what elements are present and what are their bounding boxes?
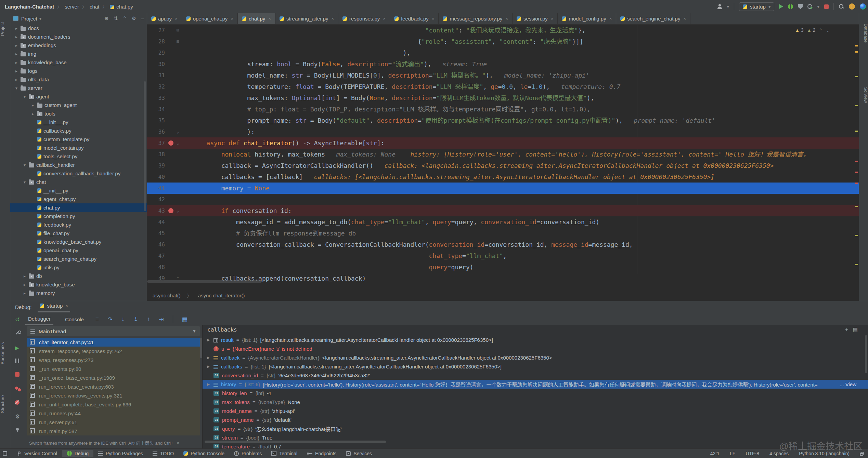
tree-item-callback_handler[interactable]: ▾callback_handler (10, 161, 147, 169)
rerun-icon[interactable]: ↺ (15, 316, 20, 323)
fold-marker-icon[interactable]: ⌄ (177, 126, 179, 137)
code-line-36[interactable]: 36⌄ ): (147, 126, 859, 137)
breadcrumb-item[interactable]: chat.py (116, 4, 133, 10)
breadcrumb-item[interactable]: Langchain-Chatchat (5, 4, 54, 10)
code-line-35[interactable]: 35 prompt_name: str = Body("default", de… (147, 115, 859, 126)
code-line-44[interactable]: 44 message_id = add_message_to_db(chat_t… (147, 216, 859, 228)
variable-name[interactable]: temperature (222, 444, 250, 449)
chevron-down-icon[interactable]: ▾ (23, 180, 27, 185)
chevron-right-icon[interactable]: ▶ (206, 355, 211, 360)
evaluate-expression-icon[interactable]: ▦ (182, 316, 187, 323)
editor-tab-session-py[interactable]: session.py× (513, 13, 558, 24)
view-breakpoints-icon[interactable] (15, 387, 21, 391)
editor-breadcrumb-item[interactable]: async chat_iterator() (198, 293, 245, 298)
debug-session-tab[interactable]: startup × (38, 301, 70, 312)
stack-frame[interactable]: wrap, responses.py:273 (27, 355, 200, 364)
chevron-down-icon[interactable]: ▾ (23, 163, 27, 167)
show-execution-point-icon[interactable]: ≡ (95, 316, 99, 323)
chevron-right-icon[interactable]: ▶ (206, 382, 211, 387)
statusbar-version-control[interactable]: Version Control (13, 450, 62, 457)
close-icon[interactable]: × (683, 16, 686, 21)
tree-item-knowledge_base[interactable]: ▸knowledge_base (10, 280, 147, 289)
stack-frame[interactable]: run, server.py:61 (27, 418, 200, 427)
breakpoint-icon[interactable] (168, 140, 173, 146)
tree-item-utils-py[interactable]: utils.py (10, 263, 147, 272)
tree-item-tools[interactable]: ▸tools (10, 109, 147, 118)
breadcrumb-item[interactable]: chat (90, 4, 99, 10)
stop-icon[interactable] (15, 372, 20, 377)
step-into-icon[interactable]: ↓ (121, 316, 125, 323)
variable-row-prompt_name[interactable]: 01prompt_name = {str} 'default' (203, 415, 868, 424)
stack-frame[interactable]: run, main.py:587 (27, 427, 200, 435)
editor-tab-search_engine_chat-py[interactable]: search_engine_chat.py× (616, 13, 690, 24)
editor-hscrollbar[interactable] (147, 280, 262, 283)
statusbar-problems[interactable]: !Problems (229, 450, 267, 457)
breakpoint-icon[interactable] (168, 208, 173, 213)
variable-row-conversation_id[interactable]: 01conversation_id = {str} '6e4e3d5668734… (203, 371, 868, 380)
step-out-icon[interactable]: ↑ (147, 316, 150, 323)
statusbar-todo[interactable]: TODO (148, 450, 179, 457)
lock-icon[interactable] (860, 453, 863, 456)
close-icon[interactable]: × (177, 440, 180, 445)
tree-item-agent_chat-py[interactable]: agent_chat.py (10, 195, 147, 203)
chevron-right-icon[interactable]: ▸ (14, 35, 18, 39)
status-indicator[interactable]: UTF-8 (746, 451, 759, 456)
gear-icon[interactable]: ⚙ (15, 413, 20, 420)
tree-item-callbacks-py[interactable]: callbacks.py (10, 126, 147, 135)
editor-tab-api-py[interactable]: api.py× (147, 13, 182, 24)
stripe-mark[interactable] (855, 264, 858, 265)
chevron-down-icon[interactable]: ▾ (14, 86, 18, 91)
profiler-caret-icon[interactable]: ▾ (817, 4, 819, 9)
variable-row-callback[interactable]: ▶callback = {AsyncIteratorCallbackHandle… (203, 353, 868, 362)
gear-icon[interactable]: ⚙ (132, 15, 136, 22)
variable-row-max_tokens[interactable]: 01max_tokens = {NoneType} None (203, 398, 868, 406)
breadcrumb-item[interactable]: server (65, 4, 79, 10)
tool-strip-database[interactable]: Database (859, 18, 868, 49)
variable-name[interactable]: conversation_id (222, 373, 258, 378)
variable-row-result[interactable]: ▶result = {list: 1} [<langchain.callback… (203, 335, 868, 344)
stack-frame[interactable]: run_until_complete, base_events.py:636 (27, 400, 200, 409)
code-line-41[interactable]: 41 memory = None (147, 183, 859, 194)
inspections-widget[interactable]: ▲ 3 ▲ 2 ⌃ ⌄ (795, 27, 830, 33)
tree-item-docs[interactable]: ▸docs (10, 24, 147, 32)
chevron-down-icon[interactable]: ▾ (23, 94, 27, 99)
stripe-mark[interactable] (855, 183, 858, 184)
code-line-29[interactable]: 29 ), (147, 47, 859, 58)
next-warning-icon[interactable]: ⌄ (826, 28, 830, 33)
tree-item-completion-py[interactable]: completion.py (10, 212, 147, 220)
code-line-33[interactable]: 33 max_tokens: Optional[int] = Body(None… (147, 92, 859, 104)
close-icon[interactable]: × (609, 16, 612, 21)
evaluate-expression-field[interactable]: callbacks (207, 326, 237, 333)
tool-window-switcher-icon[interactable] (3, 451, 7, 456)
tree-item-nltk_data[interactable]: ▸nltk_data (10, 75, 147, 84)
status-indicator[interactable]: 42:1 (710, 451, 720, 456)
tree-item-feedback-py[interactable]: feedback.py (10, 220, 147, 229)
editor-tab-model_config-py[interactable]: model_config.py× (558, 13, 616, 24)
chevron-right-icon[interactable]: ▶ (206, 364, 211, 369)
variable-name[interactable]: callback (221, 355, 239, 361)
run-config-selector[interactable]: startup ▾ (739, 2, 774, 11)
search-icon[interactable] (839, 4, 844, 9)
code-line-38[interactable]: 38 nonlocal history, max_tokens max_toke… (147, 149, 859, 160)
close-icon[interactable]: × (383, 16, 386, 21)
status-indicator[interactable]: LF (730, 451, 735, 456)
tree-item-db[interactable]: ▸db (10, 272, 147, 280)
settings-wrench-icon[interactable] (15, 331, 20, 335)
code-line-46[interactable]: 46 conversation_callback = ConversationC… (147, 239, 859, 250)
close-icon[interactable]: × (231, 16, 233, 21)
user-caret-icon[interactable]: ▾ (727, 4, 729, 9)
tree-item-openai_chat-py[interactable]: openai_chat.py (10, 246, 147, 255)
variable-name[interactable]: max_tokens (222, 399, 250, 405)
add-watch-icon[interactable]: + (845, 326, 848, 333)
project-caret-icon[interactable]: ▾ (39, 16, 42, 21)
variable-name[interactable]: callbacks (221, 364, 242, 369)
code-line-43[interactable]: 43⌄ if conversation_id: (147, 205, 859, 216)
tree-item-model_contain-py[interactable]: model_contain.py (10, 144, 147, 152)
code-line-34[interactable]: 34 # top_p: float = Body(TOP_P, descript… (147, 104, 859, 115)
expand-all-icon[interactable]: ⇅ (114, 15, 118, 22)
stripe-mark[interactable] (855, 206, 858, 207)
tree-item-server[interactable]: ▾server (10, 84, 147, 92)
code-editor[interactable]: 27⊟ "content": "我们来玩成语接龙，我先来，生龙活虎"},28⊟ … (147, 25, 859, 290)
stripe-mark[interactable] (855, 161, 858, 162)
fold-marker-icon[interactable]: ⌄ (177, 137, 179, 149)
